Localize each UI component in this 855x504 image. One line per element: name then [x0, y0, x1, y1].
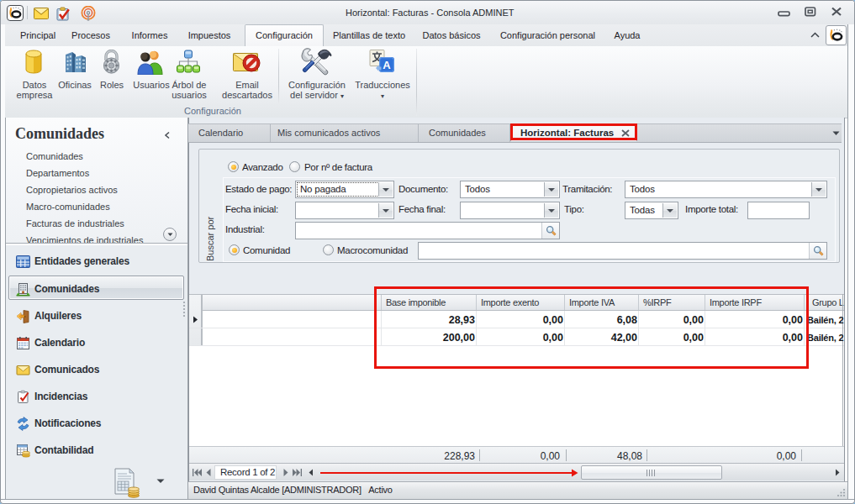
svg-text:A: A — [383, 59, 391, 71]
